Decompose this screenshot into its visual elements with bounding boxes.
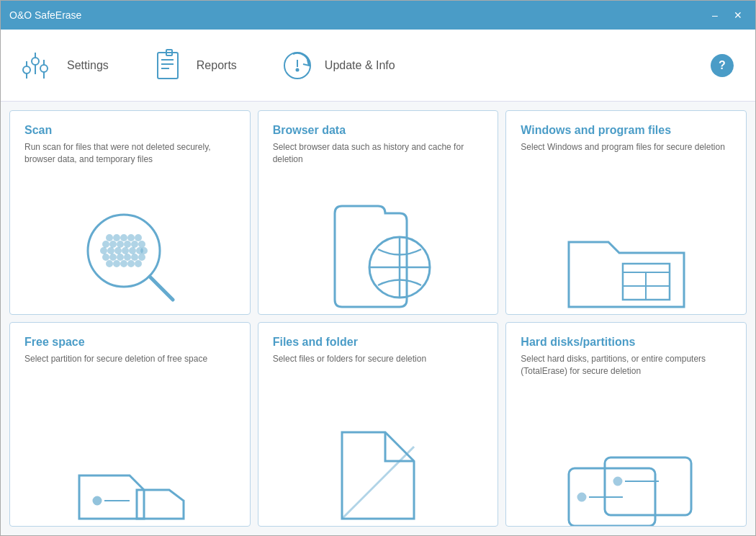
main-grid: Scan Run scan for files that were not de… (1, 102, 755, 535)
svg-point-32 (123, 249, 128, 254)
svg-point-22 (136, 236, 141, 241)
svg-point-62 (614, 478, 621, 485)
svg-point-30 (109, 249, 114, 254)
svg-point-24 (111, 242, 116, 247)
close-button[interactable]: ✕ (729, 6, 747, 24)
tile-windows-title: Windows and program files (521, 124, 732, 137)
svg-rect-58 (605, 457, 691, 515)
tile-scan-desc: Run scan for files that were not deleted… (24, 141, 235, 166)
svg-point-6 (23, 66, 30, 73)
svg-point-39 (125, 255, 130, 260)
svg-point-46 (136, 262, 141, 267)
reports-label: Reports (197, 59, 237, 72)
tile-files-desc: Select files or folders for secure delet… (273, 353, 484, 365)
svg-point-3 (40, 65, 48, 72)
tile-browser[interactable]: Browser data Select browser data such as… (258, 110, 499, 315)
svg-point-41 (140, 255, 145, 260)
settings-icon (22, 48, 57, 83)
app-window: O&O SafeErase – ✕ Settings (0, 0, 756, 536)
tile-windows-icon-area (521, 153, 732, 314)
svg-point-20 (122, 236, 127, 241)
minimize-button[interactable]: – (706, 6, 724, 24)
tile-browser-title: Browser data (273, 124, 484, 137)
harddisks-icon (554, 418, 698, 526)
update-icon (280, 48, 315, 83)
svg-point-0 (32, 58, 39, 65)
update-label: Update & Info (325, 59, 395, 72)
tile-scan-icon-area (24, 166, 235, 314)
svg-point-38 (118, 255, 123, 260)
update-nav[interactable]: Update & Info (280, 48, 395, 83)
tile-windows-desc: Select Windows and program files for sec… (521, 141, 732, 153)
tile-browser-desc: Select browser data such as history and … (273, 141, 484, 166)
tile-scan[interactable]: Scan Run scan for files that were not de… (9, 110, 251, 315)
toolbar: Settings Reports Update & Info ? (1, 30, 755, 102)
svg-point-35 (142, 249, 147, 254)
windows-icon (554, 206, 698, 314)
tile-harddisks-title: Hard disks/partitions (521, 336, 732, 349)
tile-browser-icon-area (273, 166, 484, 314)
svg-point-21 (129, 236, 134, 241)
browser-icon (306, 199, 450, 314)
svg-point-27 (132, 242, 138, 247)
titlebar-controls: – ✕ (706, 6, 747, 24)
svg-point-44 (122, 262, 127, 267)
svg-point-40 (132, 255, 138, 260)
tile-freespace-desc: Select partition for secure deletion of … (24, 353, 235, 365)
reports-icon (152, 48, 186, 83)
tile-files-title: Files and folder (273, 336, 484, 349)
svg-point-33 (130, 249, 135, 254)
tile-freespace-icon-area (24, 365, 235, 526)
tile-harddisks-desc: Select hard disks, partitions, or entire… (521, 353, 732, 378)
svg-point-29 (102, 249, 107, 254)
svg-point-36 (104, 255, 109, 260)
files-icon (306, 418, 450, 526)
svg-point-18 (107, 236, 112, 241)
tile-freespace-title: Free space (24, 336, 235, 349)
settings-nav[interactable]: Settings (22, 48, 109, 83)
svg-point-19 (114, 236, 120, 241)
tile-files-icon-area (273, 365, 484, 526)
tile-freespace[interactable]: Free space Select partition for secure d… (9, 322, 251, 527)
svg-point-43 (114, 262, 120, 267)
svg-point-60 (578, 493, 585, 501)
svg-point-45 (129, 262, 134, 267)
tile-harddisks-icon-area (521, 378, 732, 526)
tile-harddisks[interactable]: Hard disks/partitions Select hard disks,… (505, 322, 747, 527)
svg-point-28 (140, 242, 145, 247)
tile-files[interactable]: Files and folder Select files or folders… (258, 322, 499, 527)
settings-label: Settings (67, 59, 109, 72)
tile-scan-title: Scan (24, 124, 235, 137)
help-button[interactable]: ? (711, 54, 734, 77)
titlebar: O&O SafeErase – ✕ (1, 1, 755, 30)
svg-point-37 (111, 255, 116, 260)
svg-point-31 (116, 249, 121, 254)
svg-point-42 (107, 262, 112, 267)
tile-windows[interactable]: Windows and program files Select Windows… (505, 110, 747, 315)
svg-point-25 (118, 242, 123, 247)
svg-line-47 (150, 277, 173, 300)
app-title: O&O SafeErase (9, 9, 81, 21)
freespace-icon (58, 418, 202, 526)
svg-point-26 (125, 242, 130, 247)
svg-rect-9 (158, 53, 178, 79)
svg-point-55 (94, 497, 101, 504)
reports-nav[interactable]: Reports (152, 48, 237, 83)
svg-line-57 (342, 447, 414, 519)
svg-point-16 (296, 68, 298, 71)
svg-point-23 (104, 242, 109, 247)
scan-icon (72, 199, 187, 314)
